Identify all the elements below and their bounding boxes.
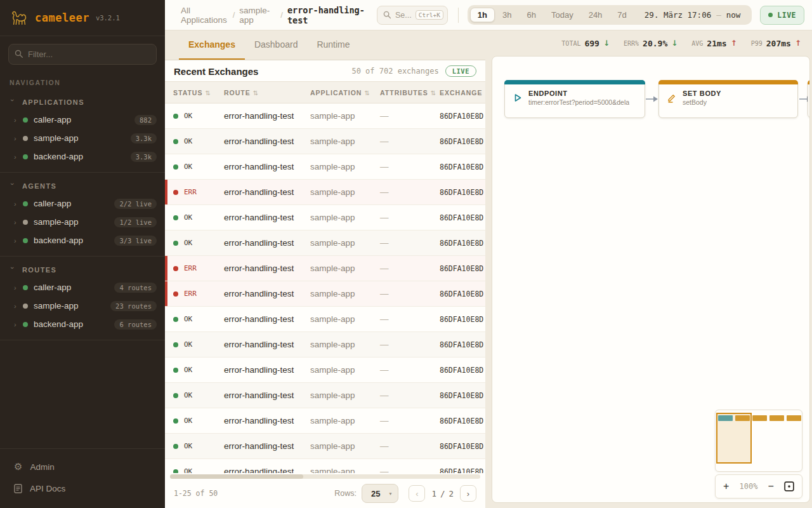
sidebar-item-backend-app[interactable]: › backend-app 3.3k bbox=[0, 147, 165, 166]
breadcrumb-all-applications[interactable]: All Applications bbox=[181, 6, 228, 25]
sidebar-item-admin[interactable]: ⚙ Admin bbox=[0, 455, 165, 478]
table-row[interactable]: OK error-handling-test sample-app — 86DF… bbox=[165, 408, 485, 434]
exchange-id-cell: 86DFA10E8D bbox=[440, 366, 485, 375]
section-header-routes[interactable]: › ROUTES bbox=[0, 262, 165, 278]
chevron-right-icon: › bbox=[14, 218, 23, 226]
column-exchange[interactable]: EXCHANGE bbox=[440, 89, 485, 97]
section-header-applications[interactable]: › APPLICATIONS bbox=[0, 94, 165, 110]
prev-page-button[interactable]: ‹ bbox=[409, 485, 425, 502]
live-label: LIVE bbox=[777, 11, 796, 20]
sidebar-item-sample-app-agent[interactable]: › sample-app 1/2 live bbox=[0, 213, 165, 231]
sidebar-item-api-docs[interactable]: API Docs bbox=[0, 478, 165, 499]
time-range-today[interactable]: Today bbox=[544, 8, 581, 22]
exchange-id-cell: 86DFA10E8D bbox=[440, 112, 485, 121]
rows-per-page-value: 25 bbox=[371, 489, 380, 498]
zoom-in-button[interactable]: + bbox=[723, 481, 729, 491]
sidebar-nav: › APPLICATIONS › caller-app 882 › sample… bbox=[0, 89, 165, 448]
table-row[interactable]: ERR error-handling-test sample-app — 86D… bbox=[165, 281, 485, 307]
status-text: OK bbox=[184, 213, 192, 222]
play-icon bbox=[513, 93, 523, 103]
route-flow-canvas[interactable]: ENDPOINT timer:errorTest?period=5000&del… bbox=[492, 56, 810, 503]
chevron-right-icon: › bbox=[14, 153, 23, 161]
live-toggle[interactable]: LIVE bbox=[760, 6, 804, 25]
time-range-24h[interactable]: 24h bbox=[581, 8, 610, 22]
table-row[interactable]: OK error-handling-test sample-app — 86DF… bbox=[165, 459, 485, 473]
filter-input[interactable] bbox=[8, 44, 157, 65]
table-row[interactable]: OK error-handling-test sample-app — 86DF… bbox=[165, 307, 485, 332]
zoom-out-button[interactable]: − bbox=[768, 481, 774, 491]
node-title: SET BODY bbox=[683, 90, 721, 97]
column-attributes[interactable]: ATTRIBUTES⇅ bbox=[380, 89, 440, 97]
time-range-7d[interactable]: 7d bbox=[610, 8, 634, 22]
sidebar-item-sample-app-routes[interactable]: › sample-app 23 routes bbox=[0, 297, 165, 315]
flow-minimap[interactable] bbox=[715, 410, 802, 472]
sidebar-item-caller-app[interactable]: › caller-app 882 bbox=[0, 110, 165, 129]
sidebar-item-backend-app-agent[interactable]: › backend-app 3/3 live bbox=[0, 231, 165, 250]
exchange-count: 50 of 702 exchanges bbox=[351, 67, 438, 76]
application-cell: sample-app bbox=[310, 238, 380, 248]
horizontal-scrollbar[interactable] bbox=[170, 474, 480, 479]
time-range-display[interactable]: 29. März 17:06 — now bbox=[634, 10, 749, 20]
next-page-button[interactable]: › bbox=[460, 485, 476, 502]
main-area: All Applications / sample-app / error-ha… bbox=[165, 0, 812, 508]
status-dot bbox=[173, 215, 178, 220]
sidebar-item-caller-app-agent[interactable]: › caller-app 2/2 live bbox=[0, 194, 165, 213]
status-dot bbox=[173, 241, 178, 246]
column-status[interactable]: STATUS⇅ bbox=[173, 89, 224, 97]
flow-node-set-body[interactable]: SET BODY setBody bbox=[658, 80, 798, 118]
flow-node-partial[interactable] bbox=[808, 80, 810, 118]
flow-node-endpoint[interactable]: ENDPOINT timer:errorTest?period=5000&del… bbox=[504, 80, 645, 118]
sort-icon: ⇅ bbox=[431, 90, 436, 97]
global-search[interactable]: Se... Ctrl+K bbox=[377, 6, 448, 25]
breadcrumb-current: error-handling-test bbox=[287, 5, 368, 25]
exchange-id-cell: 86DFA10E8D bbox=[440, 290, 485, 298]
status-dot bbox=[173, 342, 178, 347]
status-dot bbox=[173, 190, 178, 195]
sidebar-item-sample-app[interactable]: › sample-app 3.3k bbox=[0, 129, 165, 147]
time-range-6h[interactable]: 6h bbox=[519, 8, 543, 22]
scrollbar-thumb[interactable] bbox=[170, 474, 303, 479]
table-row[interactable]: OK error-handling-test sample-app — 86DF… bbox=[165, 383, 485, 408]
node-title: ENDPOINT bbox=[528, 90, 629, 97]
time-range-3h[interactable]: 3h bbox=[495, 8, 519, 22]
panel-header: Recent Exchanges 50 of 702 exchanges LIV… bbox=[165, 60, 485, 81]
table-row[interactable]: OK error-handling-test sample-app — 86DF… bbox=[165, 205, 485, 231]
attributes-cell: — bbox=[380, 238, 440, 248]
document-icon bbox=[14, 484, 22, 493]
table-row[interactable]: OK error-handling-test sample-app — 86DF… bbox=[165, 358, 485, 383]
column-application[interactable]: APPLICATION⇅ bbox=[310, 89, 380, 97]
node-subtitle: setBody bbox=[683, 98, 721, 106]
minimap-node bbox=[769, 415, 784, 421]
table-row[interactable]: OK error-handling-test sample-app — 86DF… bbox=[165, 231, 485, 256]
application-cell: sample-app bbox=[310, 289, 380, 298]
table-row[interactable]: ERR error-handling-test sample-app — 86D… bbox=[165, 256, 485, 281]
time-range-1h[interactable]: 1h bbox=[470, 8, 495, 22]
table-row[interactable]: OK error-handling-test sample-app — 86DF… bbox=[165, 332, 485, 358]
fit-view-icon[interactable] bbox=[784, 481, 794, 491]
tab-exchanges[interactable]: Exchanges bbox=[179, 30, 245, 60]
chevron-down-icon: › bbox=[9, 183, 16, 189]
sidebar-item-caller-app-routes[interactable]: › caller-app 4 routes bbox=[0, 278, 165, 297]
chevron-right-icon: › bbox=[14, 302, 23, 310]
page-count: 2 bbox=[449, 489, 454, 498]
sidebar-item-backend-app-routes[interactable]: › backend-app 6 routes bbox=[0, 315, 165, 333]
section-header-agents[interactable]: › AGENTS bbox=[0, 178, 165, 194]
table-live-badge: LIVE bbox=[445, 65, 476, 77]
status-dot bbox=[173, 368, 178, 373]
tabbar: Exchanges Dashboard Runtime bbox=[165, 30, 485, 60]
rows-per-page-select[interactable]: 25 ▾ bbox=[362, 484, 398, 503]
status-cell: OK bbox=[173, 417, 224, 425]
breadcrumb-sample-app[interactable]: sample-app bbox=[239, 6, 276, 25]
tab-runtime[interactable]: Runtime bbox=[307, 30, 359, 60]
table-row[interactable]: OK error-handling-test sample-app — 86DF… bbox=[165, 129, 485, 154]
table-row[interactable]: ERR error-handling-test sample-app — 86D… bbox=[165, 180, 485, 205]
table-row[interactable]: OK error-handling-test sample-app — 86DF… bbox=[165, 104, 485, 129]
status-cell: OK bbox=[173, 467, 224, 473]
exchange-id-cell: 86DFA10E8D bbox=[440, 391, 485, 400]
column-route[interactable]: ROUTE⇅ bbox=[224, 89, 310, 97]
table-row[interactable]: OK error-handling-test sample-app — 86DF… bbox=[165, 434, 485, 459]
tab-dashboard[interactable]: Dashboard bbox=[245, 30, 308, 60]
app-logo-row[interactable]: cameleer v3.2.1 bbox=[0, 0, 165, 36]
table-row[interactable]: OK error-handling-test sample-app — 86DF… bbox=[165, 154, 485, 180]
status-dot bbox=[23, 201, 28, 206]
